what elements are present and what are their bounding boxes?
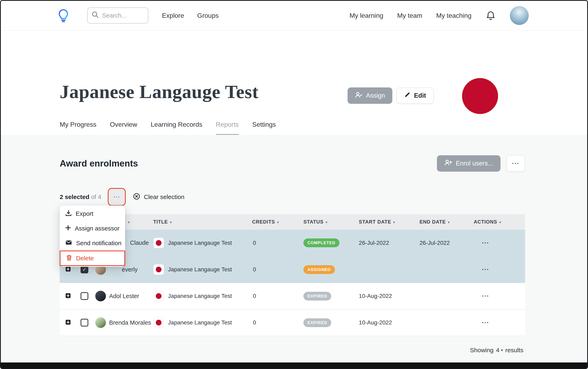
expand-row-icon[interactable]	[65, 292, 71, 300]
results-count-dropdown[interactable]: 4 ▾	[496, 347, 503, 354]
enrolment-title: Japanese Langauge Test	[168, 266, 232, 273]
header-end-date[interactable]: END DATE▾	[420, 214, 474, 230]
person-assign-icon	[355, 92, 362, 100]
header-title-label: TITLE	[153, 219, 168, 225]
row-actions-button[interactable]: ···	[480, 238, 491, 248]
menu-item-send-notification[interactable]: Send notification	[60, 236, 125, 250]
status-badge: EXPIRED	[304, 318, 331, 327]
enrolment-title: Japanese Langauge Test	[168, 319, 232, 326]
results-label: results	[505, 347, 523, 354]
sort-caret-icon: ▾	[448, 220, 450, 224]
section-heading: Award enrolments	[60, 158, 138, 169]
table-row: everly Japanese Langauge Test 0 ASSIGNED…	[60, 256, 525, 283]
row-actions-button[interactable]: ···	[480, 291, 491, 301]
edit-button-label: Edit	[414, 92, 426, 99]
menu-item-export[interactable]: Export	[60, 206, 125, 221]
nav-my-teaching[interactable]: My teaching	[436, 12, 472, 20]
row-checkbox[interactable]	[81, 292, 88, 300]
selection-actions-menu: Export Assign assessor	[60, 205, 125, 267]
row-actions-button[interactable]: ···	[480, 318, 491, 328]
enrol-users-button[interactable]: Enrol users...	[437, 155, 501, 172]
table-row: Brenda Morales Japanese Langauge Test 0 …	[60, 309, 525, 336]
enrolment-credits: 0	[253, 319, 256, 326]
status-badge: COMPLETED	[304, 238, 339, 247]
primary-nav: Explore Groups	[162, 12, 219, 20]
japan-flag-icon	[153, 238, 164, 248]
tab-settings[interactable]: Settings	[252, 121, 276, 135]
trash-icon	[66, 255, 72, 262]
header-start-date-label: START DATE	[359, 219, 391, 225]
nav-explore[interactable]: Explore	[162, 12, 184, 20]
menu-item-delete[interactable]: Delete	[60, 250, 125, 266]
row-checkbox[interactable]	[81, 319, 88, 327]
nav-my-team[interactable]: My team	[397, 12, 422, 20]
expand-row-icon[interactable]	[65, 266, 71, 273]
tab-reports[interactable]: Reports	[216, 121, 239, 135]
status-badge: ASSIGNED	[304, 265, 335, 274]
enrolment-name: everly	[122, 266, 137, 273]
table-row: Claude Japanese Langauge Test 0 COMPLETE…	[60, 230, 525, 256]
row-avatar	[95, 291, 106, 301]
japan-flag-icon	[153, 317, 164, 328]
content-header: Award enrolments Enrol users... ···	[60, 155, 525, 172]
enrolment-start-date: 10-Aug-2022	[359, 319, 392, 326]
enrolments-more-button[interactable]: ···	[506, 155, 525, 172]
enrolment-end-date: 26-Jul-2022	[420, 240, 450, 246]
plus-icon	[65, 225, 71, 232]
results-showing-label: Showing	[470, 347, 494, 354]
menu-item-delete-label: Delete	[76, 255, 94, 262]
clear-selection-button[interactable]: Clear selection	[133, 193, 184, 201]
nav-my-learning[interactable]: My learning	[349, 12, 383, 20]
pencil-icon	[404, 92, 410, 100]
hero-actions: Assign Edit	[347, 87, 434, 104]
header-credits-label: CREDITS	[252, 219, 275, 225]
menu-item-assign-assessor-label: Assign assessor	[75, 225, 119, 232]
search-box[interactable]	[87, 7, 148, 24]
edit-button[interactable]: Edit	[396, 87, 434, 104]
selection-count-total: of 4	[89, 194, 101, 200]
header-end-date-label: END DATE	[420, 219, 446, 225]
header-credits[interactable]: CREDITS▾	[252, 214, 304, 230]
enrolment-start-date: 26-Jul-2022	[359, 240, 389, 246]
search-input[interactable]	[102, 12, 141, 19]
header-start-date[interactable]: START DATE▾	[359, 214, 420, 230]
tab-overview[interactable]: Overview	[110, 121, 137, 135]
sort-caret-icon: ▾	[499, 220, 501, 224]
sort-caret-icon: ▾	[128, 220, 130, 224]
lightbulb-logo-icon[interactable]	[58, 9, 69, 22]
enrolment-title: Japanese Langauge Test	[168, 240, 232, 246]
japan-flag-icon	[153, 291, 164, 301]
circle-x-icon	[133, 193, 140, 201]
sort-caret-icon: ▾	[326, 220, 327, 224]
enrolment-start-date: 10-Aug-2022	[359, 293, 392, 299]
tab-my-progress[interactable]: My Progress	[60, 121, 96, 135]
enrolment-credits: 0	[253, 266, 256, 273]
menu-item-assign-assessor[interactable]: Assign assessor	[60, 221, 125, 236]
person-plus-icon	[444, 159, 452, 168]
sort-caret-icon: ▾	[277, 220, 279, 224]
japan-flag-icon	[153, 264, 164, 275]
expand-row-icon[interactable]	[65, 319, 71, 327]
table-row: Adol Lester Japanese Langauge Test 0 EXP…	[60, 283, 525, 309]
nav-groups[interactable]: Groups	[197, 12, 219, 20]
enrol-users-label: Enrol users...	[456, 160, 493, 167]
status-badge: EXPIRED	[304, 292, 331, 301]
tab-learning-records[interactable]: Learning Records	[151, 121, 202, 135]
row-actions-button[interactable]: ···	[480, 264, 491, 275]
selection-actions-button[interactable]: ···	[108, 188, 126, 206]
header-actions[interactable]: ACTIONS▾	[474, 214, 525, 230]
header-status-label: STATUS	[304, 219, 324, 225]
results-count-value: 4	[496, 347, 499, 354]
assign-button-label: Assign	[366, 92, 385, 99]
user-avatar[interactable]	[510, 6, 529, 25]
sort-caret-icon: ▾	[393, 220, 395, 224]
clear-selection-label: Clear selection	[144, 194, 184, 200]
search-icon	[92, 11, 99, 20]
header-actions-label: ACTIONS	[474, 219, 497, 225]
header-title[interactable]: TITLE▾	[153, 214, 252, 230]
secondary-nav: My learning My team My teaching	[349, 6, 529, 25]
assign-button[interactable]: Assign	[347, 87, 392, 104]
notification-bell-icon[interactable]	[486, 11, 495, 20]
page-title: Japanese Langauge Test	[60, 81, 259, 102]
header-status[interactable]: STATUS▾	[304, 214, 359, 230]
